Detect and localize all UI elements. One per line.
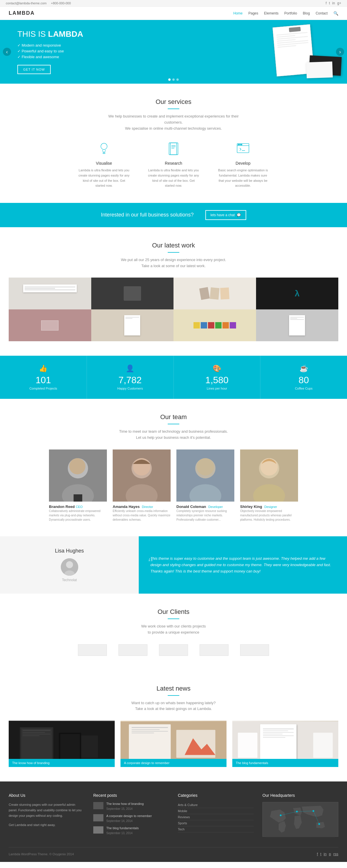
- footer-cat-arts[interactable]: Arts & Culture: [178, 802, 254, 808]
- footer-cat-reviews[interactable]: Reviews: [178, 814, 254, 820]
- svg-rect-43: [81, 736, 98, 758]
- stat-label-lines: Lines per hour: [180, 387, 255, 390]
- portfolio-item[interactable]: λ: [256, 278, 339, 309]
- footer-categories-title: Categories: [178, 793, 254, 798]
- footer-about-title: About Us: [9, 793, 85, 798]
- nav-pages[interactable]: Pages: [249, 11, 258, 16]
- portfolio-item[interactable]: [91, 278, 174, 309]
- footer-about-link[interactable]: Get Lambda and start right away.: [9, 823, 56, 827]
- footer-rss-icon[interactable]: rss: [334, 852, 338, 856]
- team-photo-donald: [176, 450, 234, 502]
- nav-links[interactable]: Home Pages Elements Portfolio Blog Conta…: [233, 11, 339, 16]
- team-title: Our team: [9, 413, 338, 421]
- testimonial-avatar: [61, 558, 78, 576]
- footer-categories-list: Arts & Culture Mobile Reviews Sports Tec…: [178, 802, 254, 832]
- svg-rect-40: [23, 736, 39, 736]
- portfolio-item[interactable]: [9, 278, 91, 309]
- client-logo-2: [118, 644, 147, 656]
- nav-portfolio[interactable]: Portfolio: [284, 11, 297, 16]
- nav-home[interactable]: Home: [233, 11, 243, 16]
- facebook-icon[interactable]: f: [325, 1, 326, 5]
- search-icon[interactable]: 🔍: [334, 11, 338, 16]
- portfolio-item[interactable]: [173, 278, 256, 309]
- footer-map: [262, 802, 338, 837]
- nav-contact[interactable]: Contact: [316, 11, 327, 16]
- doc-card-light: [306, 61, 333, 78]
- hero-features: Modern and responsive Powerful and easy …: [18, 43, 249, 59]
- client-logo-1: [78, 644, 107, 656]
- service-research-desc: Lambda is ultra flexible and lets you cr…: [147, 168, 200, 188]
- news-item-1[interactable]: The know how of branding: [9, 721, 115, 767]
- portfolio-item[interactable]: [256, 309, 339, 341]
- nav-elements[interactable]: Elements: [264, 11, 279, 16]
- portfolio-item[interactable]: [173, 309, 256, 341]
- googleplus-icon[interactable]: g+: [337, 1, 341, 5]
- hero-dot-1[interactable]: [168, 79, 171, 81]
- stat-number-projects: 101: [6, 375, 81, 385]
- linkedin-icon[interactable]: in: [332, 1, 335, 5]
- section-underline: [168, 695, 179, 696]
- nav-blog[interactable]: Blog: [303, 11, 310, 16]
- portfolio-item[interactable]: [91, 309, 174, 341]
- top-bar-contact: contact@lambda-theme.com +800-000-000: [6, 1, 71, 5]
- code-icon: [234, 140, 252, 157]
- footer-post-2[interactable]: A corporate design to remember September…: [93, 814, 169, 823]
- team-photo-amanda: [113, 450, 171, 502]
- svg-rect-56: [263, 731, 288, 731]
- footer-cat-sports[interactable]: Sports: [178, 820, 254, 826]
- team-bio-amanda: Efficiently unleash cross-media informat…: [113, 509, 171, 522]
- footer-linkedin-icon[interactable]: in: [323, 852, 326, 856]
- news-item-3[interactable]: The blog fundamentals: [232, 721, 338, 767]
- stat-number-lines: 1,580: [180, 375, 255, 385]
- footer-post-1[interactable]: The know how of branding September 15, 2…: [93, 802, 169, 811]
- news-item-2[interactable]: A corporate design to remember: [120, 721, 227, 767]
- phone-text: +800-000-000: [51, 1, 71, 5]
- footer-twitter-icon[interactable]: t: [320, 852, 321, 856]
- hero-pre-text: THIS IS: [18, 30, 46, 38]
- coffee-icon: ☕: [266, 364, 341, 372]
- hero-dot-3[interactable]: [176, 79, 179, 81]
- testimonial-section: Lisa Hughes Technolat This theme is supe…: [0, 536, 347, 594]
- hero-next-button[interactable]: ›: [336, 48, 344, 56]
- testimonial-role: Technolat: [62, 578, 77, 582]
- portfolio-item[interactable]: [9, 309, 91, 341]
- team-photo-shirley: [240, 450, 298, 502]
- portfolio-title: Our latest work: [9, 242, 338, 249]
- footer-facebook-icon[interactable]: f: [317, 852, 318, 856]
- footer-cat-tech[interactable]: Tech: [178, 826, 254, 832]
- footer-hq: Our Headquarters: [262, 793, 338, 838]
- svg-point-17: [69, 458, 85, 474]
- footer-social-links[interactable]: f t in p rss: [317, 852, 338, 856]
- service-research-title: Research: [147, 161, 200, 165]
- hero-cta-button[interactable]: GET IT NOW: [18, 65, 51, 74]
- svg-rect-4: [170, 143, 177, 155]
- social-links[interactable]: f t in g+: [325, 1, 341, 5]
- footer-post-3[interactable]: The blog fundamentals September 13, 2014: [93, 826, 169, 835]
- user-icon: 👤: [93, 364, 168, 372]
- chat-icon: 💬: [237, 213, 241, 217]
- footer-pinterest-icon[interactable]: p: [329, 852, 331, 856]
- book-icon: [165, 140, 182, 157]
- team-name-donald: Donald Coleman Developer: [176, 504, 234, 509]
- footer-cat-mobile[interactable]: Mobile: [178, 808, 254, 814]
- news-title: Latest news: [9, 685, 338, 692]
- news-caption-2: A corporate design to remember: [120, 759, 227, 767]
- clients-section: Our Clients We work close with our clien…: [0, 594, 347, 670]
- svg-rect-48: [132, 731, 168, 732]
- news-grid: The know how of branding A corporate des…: [9, 721, 338, 767]
- hero-prev-button[interactable]: ‹: [3, 48, 11, 56]
- cta-button[interactable]: lets have a chat 💬: [205, 210, 246, 220]
- stat-label-projects: Completed Projects: [6, 387, 81, 390]
- team-name-amanda: Amanda Hayes Director: [113, 504, 171, 509]
- svg-point-32: [66, 561, 73, 568]
- twitter-icon[interactable]: t: [329, 1, 330, 5]
- footer-post-info-1: The know how of branding September 15, 2…: [106, 802, 144, 811]
- footer-hq-title: Our Headquarters: [262, 793, 338, 798]
- svg-rect-58: [263, 734, 282, 734]
- stat-happy-customers: 👤 7,782 Happy Customers: [87, 356, 174, 399]
- svg-rect-49: [132, 733, 154, 734]
- hero-section: ‹ THIS IS LAMBDA Modern and responsive P…: [0, 20, 347, 84]
- footer-recent: Recent posts The know how of branding Se…: [93, 793, 169, 838]
- hero-dot-2[interactable]: [172, 79, 175, 81]
- testimonial-quote: This theme is super easy to customise an…: [150, 555, 336, 575]
